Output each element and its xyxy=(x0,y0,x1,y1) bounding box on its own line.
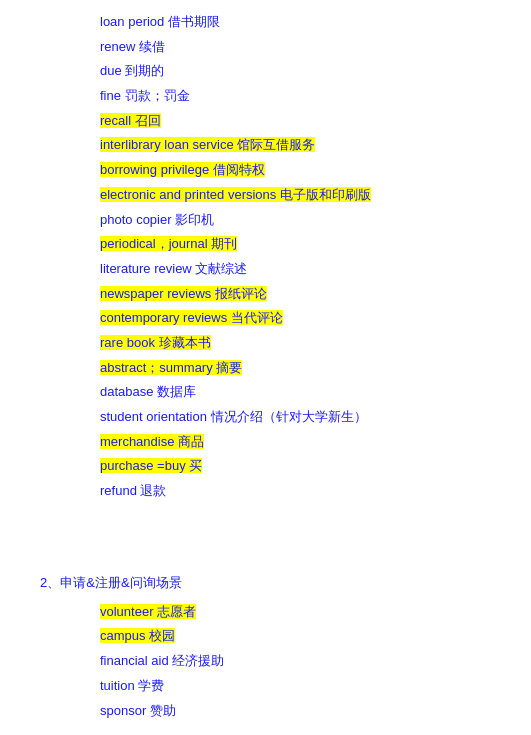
vocab-item-loan-period: loan period 借书期限 xyxy=(100,10,511,35)
vocab-item-campus: campus 校园 xyxy=(100,624,511,649)
vocab-item-contemporary: contemporary reviews 当代评论 xyxy=(100,306,511,331)
vocab-item-refund: refund 退款 xyxy=(100,479,511,504)
vocab-item-purchase: purchase =buy 买 xyxy=(100,454,511,479)
vocab-item-merchandise: merchandise 商品 xyxy=(100,430,511,455)
vocab-item-electronic: electronic and printed versions 电子版和印刷版 xyxy=(100,183,511,208)
vocab-item-financial-aid: financial aid 经济援助 xyxy=(100,649,511,674)
vocab-item-periodical: periodical，journal 期刊 xyxy=(100,232,511,257)
vocab-item-database: database 数据库 xyxy=(100,380,511,405)
section2-vocab-list: volunteer 志愿者 campus 校园 financial aid 经济… xyxy=(20,600,511,723)
vocab-item-borrowing: borrowing privilege 借阅特权 xyxy=(100,158,511,183)
vocab-item-abstract: abstract；summary 摘要 xyxy=(100,356,511,381)
spacer2 xyxy=(20,524,511,544)
vocab-item-renew: renew 续借 xyxy=(100,35,511,60)
vocab-item-literature: literature review 文献综述 xyxy=(100,257,511,282)
vocab-item-interlibrary: interlibrary loan service 馆际互借服务 xyxy=(100,133,511,158)
vocab-item-due: due 到期的 xyxy=(100,59,511,84)
vocab-item-student-orientation: student orientation 情况介绍（针对大学新生） xyxy=(100,405,511,430)
vocab-item-fine: fine 罚款；罚金 xyxy=(100,84,511,109)
vocab-item-photo-copier: photo copier 影印机 xyxy=(100,208,511,233)
vocab-item-recall: recall 召回 xyxy=(100,109,511,134)
section2-header: 2、申请&注册&问询场景 xyxy=(20,574,511,592)
vocab-item-rare-book: rare book 珍藏本书 xyxy=(100,331,511,356)
vocab-item-volunteer: volunteer 志愿者 xyxy=(100,600,511,625)
vocab-list: loan period 借书期限 renew 续借 due 到期的 fine 罚… xyxy=(20,10,511,504)
vocab-item-newspaper: newspaper reviews 报纸评论 xyxy=(100,282,511,307)
vocab-item-sponsor: sponsor 赞助 xyxy=(100,699,511,724)
vocab-item-tuition: tuition 学费 xyxy=(100,674,511,699)
spacer xyxy=(20,504,511,524)
